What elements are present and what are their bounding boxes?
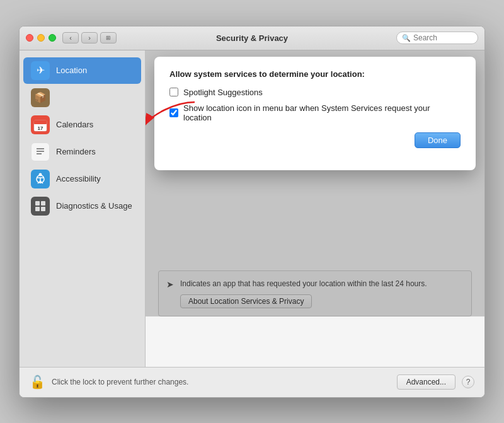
svg-rect-1 — [34, 120, 47, 124]
accessibility-icon — [31, 170, 50, 188]
sidebar-item-item2[interactable]: 📦 — [23, 84, 141, 111]
system-services-popup: Allow system services to determine your … — [154, 57, 476, 170]
search-icon: 🔍 — [402, 34, 411, 42]
spotlight-suggestions-row: Spotlight Suggestions — [169, 88, 461, 97]
lock-text: Click the lock to prevent further change… — [52, 378, 391, 386]
calendars-icon: 17 — [31, 115, 50, 134]
grid-button[interactable]: ⊞ — [100, 32, 117, 43]
window-title: Security & Privacy — [216, 33, 288, 43]
diagnostics-icon — [31, 197, 50, 216]
help-button[interactable]: ? — [462, 376, 474, 388]
svg-rect-14 — [35, 207, 40, 211]
sidebar-item-accessibility[interactable]: Accessibility — [23, 166, 141, 192]
lock-icon[interactable]: 🔓 — [30, 374, 45, 390]
svg-text:17: 17 — [38, 125, 43, 131]
minimize-button[interactable] — [37, 34, 45, 42]
sidebar-item-label-diagnostics: Diagnostics & Usage — [56, 201, 132, 211]
location-icon: ✈ — [31, 61, 50, 80]
svg-rect-12 — [35, 201, 40, 206]
advanced-button[interactable]: Advanced... — [397, 374, 455, 390]
reminders-icon — [31, 142, 50, 161]
close-button[interactable] — [26, 34, 33, 42]
sidebar: ✈ Location 📦 17 Calendars Reminders — [20, 50, 146, 367]
show-location-icon-checkbox[interactable] — [169, 108, 178, 117]
sidebar-item-diagnostics[interactable]: Diagnostics & Usage — [23, 193, 141, 219]
forward-button[interactable]: › — [81, 32, 98, 43]
sidebar-item-reminders[interactable]: Reminders — [23, 139, 141, 165]
maximize-button[interactable] — [49, 34, 56, 42]
search-input[interactable] — [413, 33, 472, 42]
right-panel: ➤ Indicates an app that has requested yo… — [146, 50, 484, 367]
show-location-icon-row: Show location icon in menu bar when Syst… — [169, 103, 461, 122]
traffic-lights — [26, 34, 56, 42]
sidebar-item-label-calendars: Calendars — [56, 120, 93, 129]
popup-title: Allow system services to determine your … — [169, 69, 461, 79]
spotlight-suggestions-label: Spotlight Suggestions — [183, 88, 263, 97]
main-content: ✈ Location 📦 17 Calendars Reminders — [20, 50, 484, 367]
search-bar[interactable]: 🔍 — [396, 32, 478, 44]
bottom-bar: 🔓 Click the lock to prevent further chan… — [20, 367, 484, 397]
show-location-icon-label: Show location icon in menu bar when Syst… — [183, 103, 461, 122]
sidebar-item-location[interactable]: ✈ Location — [23, 57, 141, 84]
sidebar-item-calendars[interactable]: 17 Calendars — [23, 112, 141, 138]
sidebar-item-label-accessibility: Accessibility — [56, 174, 101, 183]
popup-done-row: Done — [169, 132, 461, 148]
main-window: ‹ › ⊞ Security & Privacy 🔍 ✈ Location 📦 … — [19, 26, 485, 398]
back-button[interactable]: ‹ — [62, 32, 79, 43]
item2-icon: 📦 — [31, 88, 50, 107]
popup-overlay: Allow system services to determine your … — [146, 50, 484, 316]
sidebar-item-label: Location — [56, 66, 87, 75]
svg-rect-13 — [41, 201, 45, 206]
titlebar: ‹ › ⊞ Security & Privacy 🔍 — [20, 26, 484, 50]
sidebar-item-label-reminders: Reminders — [56, 147, 96, 156]
done-button[interactable]: Done — [415, 132, 461, 148]
svg-rect-15 — [41, 207, 45, 211]
spotlight-suggestions-checkbox[interactable] — [169, 88, 178, 96]
